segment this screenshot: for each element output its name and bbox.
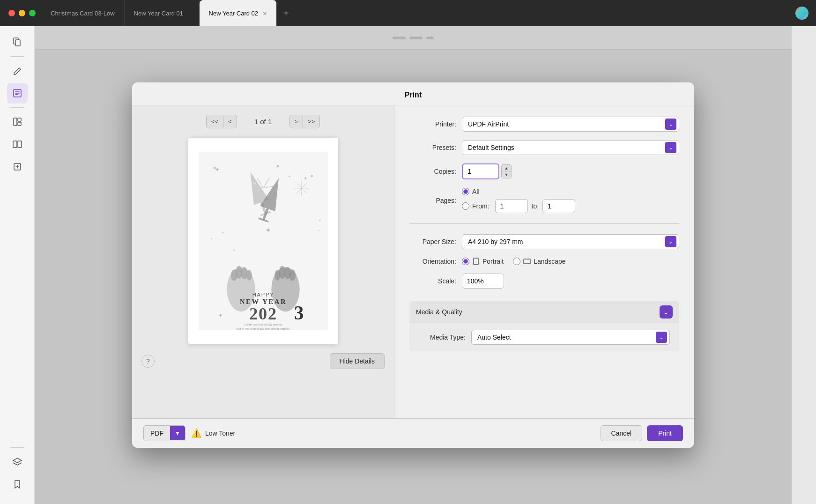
pdf-dropdown-button[interactable]: ▼ — [170, 426, 185, 440]
svg-text:NEW YEAR: NEW YEAR — [239, 298, 286, 305]
svg-text:✦: ✦ — [218, 311, 223, 319]
copies-label: Copies: — [409, 168, 456, 175]
sidebar-icon-annotate[interactable] — [7, 83, 28, 104]
tab-close-icon[interactable]: × — [263, 9, 267, 17]
sidebar-sep-3 — [10, 447, 24, 448]
paper-size-label: Paper Size: — [409, 238, 456, 245]
page-nav-group: << < — [206, 115, 237, 128]
dialog-title: Print — [132, 82, 694, 105]
print-dialog: Print << < 1 of 1 — [132, 82, 694, 448]
orientation-row: Orientation: Portrait Landscape — [409, 258, 679, 265]
svg-text:✦: ✦ — [287, 174, 291, 179]
svg-text:3: 3 — [294, 302, 304, 324]
add-tab-button[interactable]: + — [277, 0, 296, 26]
help-button[interactable]: ? — [141, 355, 155, 368]
tab-new-year-card-01[interactable]: New Year Card 01 — [125, 0, 200, 26]
svg-rect-3 — [14, 118, 17, 126]
range-inputs: to: — [495, 199, 576, 213]
presets-select-wrapper: Default Settings ⌄ — [462, 140, 679, 155]
preview-nav: << < 1 of 1 > >> — [141, 115, 385, 128]
landscape-radio[interactable]: Landscape — [513, 258, 566, 265]
tab-christmas-card[interactable]: Christmas Card 03-Low — [41, 0, 125, 26]
svg-rect-5 — [18, 122, 21, 126]
printer-select-wrapper: UPDF AirPrint ⌄ — [462, 117, 679, 132]
pages-to-input[interactable] — [542, 199, 575, 213]
svg-rect-7 — [18, 141, 22, 148]
dialog-footer: PDF ▼ ⚠️ Low Toner Cancel Print — [132, 418, 694, 448]
svg-point-13 — [222, 232, 223, 233]
pages-all-radio[interactable]: All — [462, 188, 480, 195]
printer-label: Printer: — [409, 120, 456, 128]
svg-rect-63 — [524, 259, 530, 264]
copies-input[interactable] — [462, 163, 499, 179]
pages-range-radio[interactable]: From: — [462, 202, 490, 210]
copies-input-wrap: ▲ ▼ — [462, 163, 512, 179]
svg-text:✦: ✦ — [304, 176, 307, 181]
sidebar-icon-merge[interactable] — [7, 156, 28, 177]
cancel-button[interactable]: Cancel — [601, 425, 643, 441]
paper-size-select-wrapper: A4 210 by 297 mm ⌄ — [462, 234, 679, 249]
orientation-options: Portrait Landscape — [462, 258, 566, 265]
pages-all-row: All — [462, 188, 575, 195]
landscape-input[interactable] — [513, 258, 520, 265]
avatar[interactable] — [795, 7, 809, 20]
portrait-input[interactable] — [462, 258, 469, 265]
prev-page-button[interactable]: < — [223, 115, 237, 128]
print-button[interactable]: Print — [647, 425, 683, 441]
pages-range-input[interactable] — [462, 202, 469, 210]
copies-row: Copies: ▲ ▼ — [409, 163, 679, 179]
footer-right: Cancel Print — [601, 425, 683, 441]
pages-all-input[interactable] — [462, 188, 469, 195]
orientation-label: Orientation: — [409, 258, 456, 265]
hide-details-button[interactable]: Hide Details — [330, 353, 385, 369]
last-page-button[interactable]: >> — [303, 115, 319, 128]
maximize-button[interactable] — [29, 10, 36, 16]
media-type-row: Media Type: Auto Select ⌄ — [419, 330, 670, 345]
paper-size-select[interactable]: A4 210 by 297 mm — [462, 234, 679, 249]
copies-stepper: ▲ ▼ — [501, 164, 512, 178]
sidebar-icon-compare[interactable] — [7, 134, 28, 155]
next-page-button[interactable]: > — [290, 115, 304, 128]
first-page-button[interactable]: << — [207, 115, 223, 128]
pages-from-input[interactable] — [495, 199, 528, 213]
landscape-icon — [523, 258, 531, 265]
copies-decrement[interactable]: ▼ — [502, 171, 511, 178]
sidebar-sep-2 — [10, 107, 24, 108]
portrait-radio[interactable]: Portrait — [462, 258, 504, 265]
media-quality-header[interactable]: Media & Quality ⌄ — [409, 301, 679, 323]
close-button[interactable] — [8, 10, 15, 16]
warning-icon: ⚠️ — [191, 428, 201, 438]
printer-select[interactable]: UPDF AirPrint — [462, 117, 679, 132]
media-quality-toggle[interactable]: ⌄ — [660, 305, 673, 319]
media-quality-section: Media & Quality ⌄ Media Type: Auto Selec… — [409, 301, 679, 351]
main-area: Print << < 1 of 1 — [0, 26, 816, 504]
tab-new-year-card-02[interactable]: New Year Card 02 × — [200, 0, 277, 26]
sidebar-icon-layers[interactable] — [7, 452, 28, 472]
preview-card: ✦ ✦ * * ✦ ✦ — [188, 138, 338, 344]
paper-size-row: Paper Size: A4 210 by 297 mm ⌄ — [409, 234, 679, 249]
minimize-button[interactable] — [19, 10, 25, 16]
pages-row: Pages: All From: — [409, 188, 679, 213]
title-bar-right — [795, 7, 816, 20]
pages-label: Pages: — [409, 197, 456, 204]
printer-row: Printer: UPDF AirPrint ⌄ — [409, 117, 679, 132]
svg-text:text of the printing and types: text of the printing and typesetting ind… — [236, 327, 290, 330]
pages-range-row: From: to: — [462, 199, 575, 213]
scale-input[interactable] — [462, 274, 504, 289]
sidebar-bottom — [7, 445, 28, 498]
media-type-label: Media Type: — [419, 334, 466, 341]
media-type-select[interactable]: Auto Select — [471, 330, 670, 345]
svg-marker-9 — [13, 458, 22, 463]
sidebar-sep-1 — [10, 56, 24, 57]
copies-increment[interactable]: ▲ — [502, 165, 511, 171]
pdf-button[interactable]: PDF — [144, 426, 170, 441]
sidebar-icon-pages[interactable] — [7, 32, 28, 52]
sidebar-icon-edit[interactable] — [7, 60, 28, 81]
presets-select[interactable]: Default Settings — [462, 140, 679, 155]
svg-rect-1 — [15, 40, 20, 46]
pdf-button-group: PDF ▼ — [143, 425, 185, 441]
tabs-area: Christmas Card 03-Low New Year Card 01 N… — [41, 0, 795, 26]
sidebar-icon-layout[interactable] — [7, 111, 28, 132]
sidebar-icon-bookmark[interactable] — [7, 474, 28, 495]
preview-panel: << < 1 of 1 > >> — [132, 105, 394, 418]
